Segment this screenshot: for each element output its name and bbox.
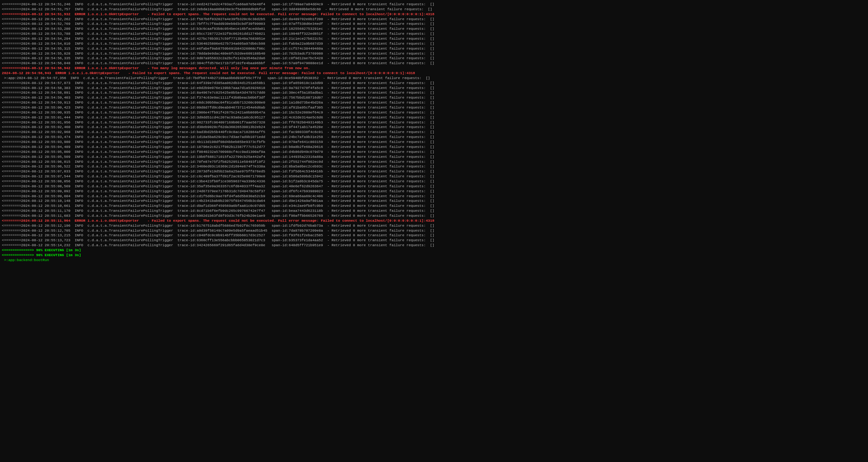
log-line: <========2024-08-12 20:54:54,810 INFO c.… — [1, 41, 867, 46]
log-line: <========2024-08-12 20:55:11,170 INFO c.… — [1, 208, 867, 213]
log-line: <========2024-08-12 20:54:52,769 INFO c.… — [1, 22, 867, 26]
log-line: <========2024-08-12 20:55:00,935 INFO c.… — [1, 110, 867, 115]
log-line: <========2024-08-12 20:55:12,705 INFO c.… — [1, 228, 867, 233]
log-line: <========2024-08-12 20:54:56,335 INFO c.… — [1, 56, 867, 61]
log-line: <========2024-08-12 20:54:59,403 INFO c.… — [1, 95, 867, 100]
log-line: <========2024-08-12 20:54:58,383 INFO c.… — [1, 86, 867, 91]
log-line: <========2024-08-12 20:55:05,000 INFO c.… — [1, 150, 867, 155]
log-line: <========2024-08-12 20:54:56,848 INFO c.… — [1, 61, 867, 66]
log-line: <=============> 90% EXECUTING [1m 3s] — [1, 248, 867, 253]
log-line: <========2024-08-12 20:55:06,522 INFO c.… — [1, 164, 867, 169]
log-line: <========2024-08-12 20:54:56,942 ERROR i… — [1, 66, 867, 71]
log-line: <========2024-08-12 20:54:55,315 INFO c.… — [1, 46, 867, 51]
log-line: <========2024-08-12 20:55:14,232 INFO c.… — [1, 243, 867, 248]
log-line: <========2024-08-12 20:55:03,474 INFO c.… — [1, 135, 867, 139]
log-line: <========2024-08-12 20:54:51,757 INFO c.… — [1, 7, 867, 12]
log-line: <========2024-08-12 20:55:04,489 INFO c.… — [1, 144, 867, 150]
log-line: <========2024-08-12 20:55:03,980 INFO c.… — [1, 139, 867, 144]
log-line: <========2024-08-12 20:55:08,569 INFO c.… — [1, 184, 867, 189]
log-line: <========2024-08-12 20:54:58,891 INFO c.… — [1, 90, 867, 95]
log-line: <========2024-08-12 20:55:07,033 INFO c.… — [1, 169, 867, 174]
log-line: <========2024-08-12 20:55:10,148 INFO c.… — [1, 198, 867, 203]
log-line: <=============> 90% EXECUTING [1m 3s] — [1, 253, 867, 258]
log-line: <========2024-08-12 20:55:13,723 INFO c.… — [1, 238, 867, 243]
log-line: <========2024-08-12 20:54:53,280 INFO c.… — [1, 26, 867, 31]
log-line: <========2024-08-12 20:54:57,873 INFO c.… — [1, 80, 867, 86]
log-line: <========2024-08-12 20:54:54,294 INFO c.… — [1, 36, 867, 41]
log-line: <========2024-08-12 20:55:01,444 INFO c.… — [1, 115, 867, 120]
log-line: <========2024-08-12 20:55:12,196 INFO c.… — [1, 223, 867, 228]
log-line: <========2024-08-12 20:55:07,544 INFO c.… — [1, 174, 867, 179]
log-line: <========2024-08-12 20:55:08,056 INFO c.… — [1, 179, 867, 184]
log-line: >:app:2024-08-12 20:54:57,356 INFO c.d.a… — [1, 76, 867, 80]
log-line: <========2024-08-12 20:54:52,262 INFO c.… — [1, 17, 867, 22]
log-line: <========2024-08-12 20:54:51,246 INFO c.… — [1, 2, 867, 7]
log-line: <========2024-08-12 20:55:11,683 INFO c.… — [1, 213, 867, 218]
log-line: <========2024-08-12 20:54:51,932 ERROR i… — [1, 12, 867, 17]
log-line: <========2024-08-12 20:55:06,015 INFO c.… — [1, 159, 867, 164]
log-line: <========2024-08-12 20:55:02,460 INFO c.… — [1, 125, 867, 130]
log-line: <========2024-08-12 20:54:59,913 INFO c.… — [1, 100, 867, 105]
log-line: 2024-08-12 20:54:56,943 ERROR i.o.e.i.o.… — [1, 71, 867, 76]
log-line: <========2024-08-12 20:54:55,828 INFO c.… — [1, 51, 867, 56]
log-line: <========2024-08-12 20:55:13,215 INFO c.… — [1, 233, 867, 238]
log-line: <========2024-08-12 20:54:53,788 INFO c.… — [1, 31, 867, 36]
log-line: <========2024-08-12 20:55:02,968 INFO c.… — [1, 130, 867, 135]
log-line: <========2024-08-12 20:55:09,604 INFO c.… — [1, 194, 867, 199]
terminal-output: <========2024-08-12 20:54:51,246 INFO c.… — [0, 1, 868, 462]
log-line: <========2024-08-12 20:55:11,964 ERROR i… — [1, 218, 867, 223]
log-line: <========2024-08-12 20:55:01,956 INFO c.… — [1, 120, 867, 125]
log-line: <========2024-08-12 20:55:10,661 INFO c.… — [1, 203, 867, 208]
log-line: >:app:backend:bootRun — [1, 258, 867, 263]
log-line: <========2024-08-12 20:55:09,092 INFO c.… — [1, 189, 867, 194]
log-line: <========2024-08-12 20:55:00,423 INFO c.… — [1, 105, 867, 110]
log-line: <========2024-08-12 20:55:05,509 INFO c.… — [1, 155, 867, 159]
